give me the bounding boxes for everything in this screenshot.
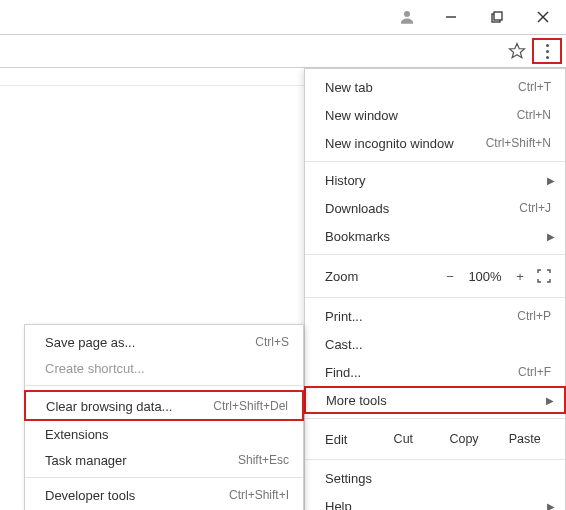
menu-shortcut: Shift+Esc (238, 453, 289, 467)
submenu-item-save-page[interactable]: Save page as... Ctrl+S (25, 329, 303, 355)
menu-item-new-tab[interactable]: New tab Ctrl+T (305, 73, 565, 101)
menu-separator (305, 459, 565, 460)
svg-rect-3 (494, 12, 502, 20)
menu-label: New window (325, 108, 517, 123)
zoom-label: Zoom (325, 269, 437, 284)
menu-separator (25, 385, 303, 386)
menu-shortcut: Ctrl+T (518, 80, 551, 94)
zoom-out-button[interactable]: − (437, 269, 463, 284)
menu-label: Find... (325, 365, 518, 380)
menu-shortcut: Ctrl+Shift+N (486, 136, 551, 150)
menu-item-zoom: Zoom − 100% + (305, 259, 565, 293)
menu-label: Downloads (325, 201, 519, 216)
submenu-item-extensions[interactable]: Extensions (25, 421, 303, 447)
zoom-value: 100% (463, 269, 507, 284)
menu-label: Create shortcut... (45, 361, 289, 376)
svg-marker-6 (510, 44, 525, 58)
menu-shortcut: Ctrl+F (518, 365, 551, 379)
paste-button[interactable]: Paste (494, 432, 555, 446)
menu-shortcut: Ctrl+P (517, 309, 551, 323)
menu-item-settings[interactable]: Settings (305, 464, 565, 492)
menu-separator (305, 297, 565, 298)
submenu-arrow-icon: ▶ (547, 175, 555, 186)
menu-separator (305, 254, 565, 255)
menu-item-history[interactable]: History ▶ (305, 166, 565, 194)
menu-label: Extensions (45, 427, 289, 442)
menu-shortcut: Ctrl+Shift+I (229, 488, 289, 502)
fullscreen-icon[interactable] (533, 269, 555, 283)
copy-button[interactable]: Copy (434, 432, 495, 446)
window-titlebar (0, 0, 566, 34)
more-tools-submenu: Save page as... Ctrl+S Create shortcut..… (24, 324, 304, 510)
submenu-arrow-icon: ▶ (546, 395, 554, 406)
menu-item-cast[interactable]: Cast... (305, 330, 565, 358)
menu-label: Save page as... (45, 335, 255, 350)
menu-item-edit: Edit Cut Copy Paste (305, 423, 565, 455)
chrome-main-menu: New tab Ctrl+T New window Ctrl+N New inc… (304, 68, 566, 510)
menu-shortcut: Ctrl+Shift+Del (213, 399, 288, 413)
bookmark-star-icon[interactable] (508, 42, 526, 60)
menu-item-bookmarks[interactable]: Bookmarks ▶ (305, 222, 565, 250)
browser-toolbar (0, 34, 566, 68)
menu-separator (305, 161, 565, 162)
submenu-item-task-manager[interactable]: Task manager Shift+Esc (25, 447, 303, 473)
close-button[interactable] (520, 0, 566, 34)
submenu-arrow-icon: ▶ (547, 231, 555, 242)
menu-shortcut: Ctrl+J (519, 201, 551, 215)
menu-label: Task manager (45, 453, 238, 468)
menu-label: Bookmarks (325, 229, 551, 244)
menu-item-more-tools[interactable]: More tools ▶ (304, 386, 566, 414)
submenu-item-create-shortcut[interactable]: Create shortcut... (25, 355, 303, 381)
menu-label: Settings (325, 471, 551, 486)
menu-label: Help (325, 499, 551, 511)
menu-item-new-incognito[interactable]: New incognito window Ctrl+Shift+N (305, 129, 565, 157)
highlight-clear-data: Clear browsing data... Ctrl+Shift+Del (24, 390, 304, 421)
maximize-button[interactable] (474, 0, 520, 34)
three-dots-icon (546, 44, 549, 59)
menu-item-find[interactable]: Find... Ctrl+F (305, 358, 565, 386)
menu-label: Developer tools (45, 488, 229, 503)
menu-shortcut: Ctrl+S (255, 335, 289, 349)
menu-item-new-window[interactable]: New window Ctrl+N (305, 101, 565, 129)
menu-item-downloads[interactable]: Downloads Ctrl+J (305, 194, 565, 222)
menu-separator (305, 418, 565, 419)
minimize-button[interactable] (428, 0, 474, 34)
menu-item-print[interactable]: Print... Ctrl+P (305, 302, 565, 330)
submenu-item-dev-tools[interactable]: Developer tools Ctrl+Shift+I (25, 482, 303, 508)
menu-label: Clear browsing data... (46, 399, 213, 414)
submenu-item-clear-data[interactable]: Clear browsing data... Ctrl+Shift+Del (26, 393, 302, 419)
chrome-menu-button[interactable] (532, 38, 562, 64)
edit-label: Edit (325, 432, 373, 447)
menu-label: New incognito window (325, 136, 486, 151)
menu-label: New tab (325, 80, 518, 95)
profile-icon[interactable] (386, 8, 428, 26)
menu-label: More tools (326, 393, 550, 408)
svg-point-0 (404, 11, 410, 17)
menu-separator (25, 477, 303, 478)
menu-label: Print... (325, 309, 517, 324)
zoom-in-button[interactable]: + (507, 269, 533, 284)
submenu-arrow-icon: ▶ (547, 501, 555, 511)
menu-label: Cast... (325, 337, 551, 352)
menu-item-help[interactable]: Help ▶ (305, 492, 565, 510)
cut-button[interactable]: Cut (373, 432, 434, 446)
menu-shortcut: Ctrl+N (517, 108, 551, 122)
menu-label: History (325, 173, 551, 188)
